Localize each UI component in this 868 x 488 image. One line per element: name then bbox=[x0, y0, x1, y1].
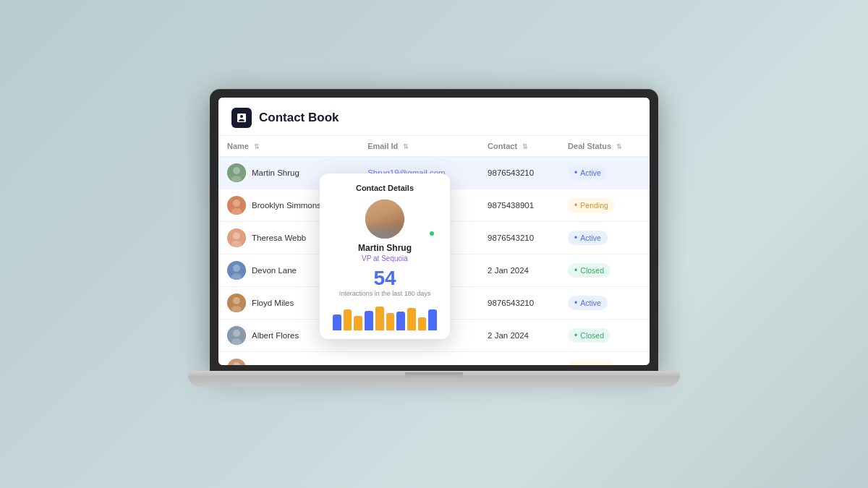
contact-cell: 2 Jan 2024 bbox=[479, 319, 559, 351]
status-cell: Pending bbox=[559, 189, 650, 221]
email-cell bbox=[359, 254, 479, 286]
contact-name: Theresa Webb bbox=[252, 234, 306, 242]
email-cell bbox=[359, 189, 479, 221]
name-cell: Martin Shrug bbox=[218, 156, 359, 189]
svg-point-4 bbox=[233, 200, 240, 207]
avatar bbox=[227, 163, 246, 182]
app-title: Contact Book bbox=[259, 111, 339, 125]
table-body: Martin Shrug Shrug19@gmail.com9876543210… bbox=[218, 156, 650, 365]
status-cell: Pending bbox=[559, 351, 650, 365]
table-header: Name ⇅ Email Id ⇅ Contact ⇅ bbox=[218, 136, 650, 157]
svg-point-7 bbox=[233, 232, 240, 239]
email-cell bbox=[359, 351, 479, 365]
status-cell: Active bbox=[559, 286, 650, 319]
status-badge: Active bbox=[568, 166, 608, 180]
laptop-shell: Contact Book Name ⇅ Email Id bbox=[195, 89, 673, 400]
svg-point-1 bbox=[233, 167, 240, 174]
contact-name: Martin Shrug bbox=[252, 168, 299, 177]
app-icon bbox=[231, 108, 252, 128]
email-value: Shrug19@gmail.com bbox=[367, 168, 446, 177]
sort-icon: ⇅ bbox=[522, 143, 528, 150]
contact-cell: 2 Jan 2024 bbox=[479, 254, 559, 286]
status-cell: Active bbox=[559, 221, 650, 254]
contact-cell: 9876543210 bbox=[479, 221, 559, 254]
laptop-base bbox=[188, 371, 680, 387]
table-row[interactable]: Martin Shrug Shrug19@gmail.com9876543210… bbox=[218, 156, 650, 189]
svg-point-16 bbox=[233, 330, 240, 337]
status-cell: Closed bbox=[559, 254, 650, 286]
table-row[interactable]: Brooklyn Simmons 9875438901Pending bbox=[218, 189, 650, 221]
contact-book-icon bbox=[236, 112, 247, 124]
col-contact[interactable]: Contact ⇅ bbox=[479, 136, 559, 157]
contact-cell: 9876543210 bbox=[479, 286, 559, 319]
name-cell: Brooklyn Simmons bbox=[218, 189, 359, 221]
table-row[interactable]: Albert Flores 2 Jan 2024Closed bbox=[218, 319, 650, 351]
name-cell: Albert Flores bbox=[218, 319, 359, 351]
email-cell: Shrug19@gmail.com bbox=[359, 156, 479, 189]
avatar bbox=[227, 326, 246, 345]
contact-name: Devon Lane bbox=[252, 266, 297, 275]
svg-point-13 bbox=[233, 297, 240, 304]
contact-name: Brooklyn Simmons bbox=[252, 201, 321, 210]
status-badge: Closed bbox=[568, 263, 610, 278]
avatar bbox=[227, 228, 246, 247]
contact-cell: 9876543210 bbox=[479, 351, 559, 365]
col-email[interactable]: Email Id ⇅ bbox=[359, 136, 479, 157]
table-container: Name ⇅ Email Id ⇅ Contact ⇅ bbox=[218, 136, 650, 365]
name-cell: Floyd Miles bbox=[218, 286, 359, 319]
status-cell: Active bbox=[559, 156, 650, 189]
contacts-table: Name ⇅ Email Id ⇅ Contact ⇅ bbox=[218, 136, 650, 365]
name-cell: Theresa Webb bbox=[218, 221, 359, 254]
status-badge: Active bbox=[568, 296, 608, 310]
col-status[interactable]: Deal Status ⇅ bbox=[559, 136, 650, 157]
contact-name: Floyd Miles bbox=[252, 299, 294, 307]
status-badge: Active bbox=[568, 231, 608, 245]
email-cell bbox=[359, 221, 479, 254]
table-row[interactable]: Devon Lane 2 Jan 2024Closed bbox=[218, 254, 650, 286]
status-badge: Pending bbox=[568, 361, 615, 365]
sort-icon: ⇅ bbox=[403, 143, 409, 150]
avatar bbox=[227, 261, 246, 280]
sort-icon: ⇅ bbox=[616, 143, 622, 150]
status-badge: Closed bbox=[568, 328, 610, 343]
avatar bbox=[227, 294, 246, 312]
contact-cell: 9875438901 bbox=[479, 189, 559, 221]
contact-cell: 9876543210 bbox=[479, 156, 559, 189]
sort-icon: ⇅ bbox=[254, 143, 260, 150]
name-cell: Devon Lane bbox=[218, 254, 359, 286]
status-badge: Pending bbox=[568, 198, 615, 213]
avatar bbox=[227, 196, 246, 215]
email-cell bbox=[359, 286, 479, 319]
svg-point-10 bbox=[233, 265, 240, 272]
contact-name: Albert Flores bbox=[252, 331, 299, 340]
table-row[interactable]: Theresa Webb 9876543210Active bbox=[218, 221, 650, 254]
screen-bezel: Contact Book Name ⇅ Email Id bbox=[210, 89, 658, 371]
contact-name: Kristin Watson bbox=[252, 364, 305, 365]
status-cell: Closed bbox=[559, 319, 650, 351]
app-container: Contact Book Name ⇅ Email Id bbox=[218, 98, 650, 365]
screen: Contact Book Name ⇅ Email Id bbox=[218, 98, 650, 365]
app-header: Contact Book bbox=[218, 98, 650, 136]
name-cell: Kristin Watson bbox=[218, 351, 359, 365]
col-name[interactable]: Name ⇅ bbox=[218, 136, 359, 157]
avatar bbox=[227, 359, 246, 365]
email-cell bbox=[359, 319, 479, 351]
table-row[interactable]: Floyd Miles 9876543210Active bbox=[218, 286, 650, 319]
table-row[interactable]: Kristin Watson 9876543210Pending bbox=[218, 351, 650, 365]
